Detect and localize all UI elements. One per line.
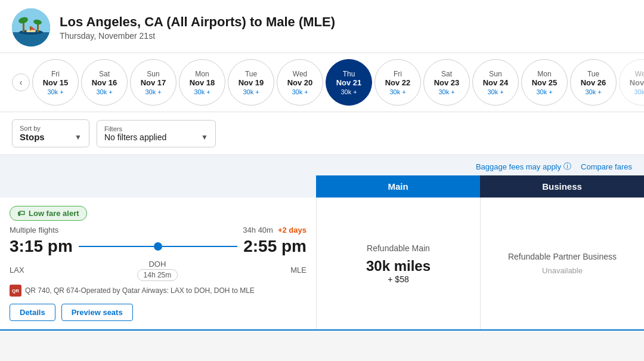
business-fare-type: Refundable Partner Business	[508, 252, 617, 261]
date-price: 30k +	[96, 88, 112, 95]
date-day: Mon	[537, 70, 551, 78]
stop-airport-info: DOH 14h 25m	[137, 258, 178, 281]
tag-icon: 🏷	[17, 209, 25, 218]
fare-column-headers: Main Business	[316, 175, 644, 198]
date-day: Sat	[441, 70, 452, 78]
date-price: 30k +	[340, 88, 357, 95]
airline-text: QR 740, QR 674-Operated by Qatar Airways…	[25, 286, 255, 295]
date-items-list: Fri Nov 15 30k + Sat Nov 16 30k + Sun No…	[32, 59, 644, 106]
date-item-3[interactable]: Mon Nov 18 30k +	[179, 59, 225, 106]
stop-airport: DOH	[148, 260, 166, 269]
date-price: 30k +	[585, 88, 601, 95]
date-date: Nov 19	[239, 78, 264, 87]
arrival-time: 2:55 pm	[243, 237, 306, 256]
date-item-9[interactable]: Sun Nov 24 30k +	[472, 59, 519, 106]
date-item-5[interactable]: Wed Nov 20 30k +	[277, 59, 323, 106]
date-item-7[interactable]: Fri Nov 22 30k +	[374, 59, 421, 106]
date-day: Wed	[635, 70, 644, 78]
header: Los Angeles, CA (All Airports) to Male (…	[0, 0, 644, 53]
main-content: Baggage fees may apply ⓘ Compare fares M…	[0, 155, 644, 331]
departure-airport: LAX	[10, 266, 24, 274]
times-row: 3:15 pm 2:55 pm	[10, 237, 306, 256]
sort-by-select[interactable]: Sort by Stops ▼	[12, 119, 89, 147]
date-item-4[interactable]: Tue Nov 19 30k +	[228, 59, 274, 106]
preview-seats-button[interactable]: Preview seats	[61, 304, 133, 321]
sort-by-value: Stops	[20, 132, 45, 142]
date-date: Nov 22	[385, 78, 411, 87]
date-item-6[interactable]: Thu Nov 21 30k +	[326, 59, 372, 106]
date-item-1[interactable]: Sat Nov 16 30k +	[81, 59, 128, 106]
svg-rect-8	[30, 26, 31, 30]
date-date: Nov 23	[434, 78, 460, 87]
filters-label: Filters	[104, 125, 208, 132]
date-date: Nov 21	[336, 78, 362, 87]
flight-card: 🏷 Low fare alert Multiple flights 34h 40…	[0, 198, 644, 331]
date-day: Sun	[489, 70, 501, 78]
date-date: Nov 17	[141, 78, 166, 87]
airline-row: QR QR 740, QR 674-Operated by Qatar Airw…	[10, 285, 306, 297]
date-date: Nov 26	[581, 78, 606, 87]
destination-image	[12, 8, 50, 47]
date-day: Sat	[99, 70, 110, 78]
carousel-prev-button[interactable]: ‹	[12, 73, 30, 91]
date-item-2[interactable]: Sun Nov 17 30k +	[130, 59, 177, 106]
main-fare-column[interactable]: Refundable Main 30k miles + $58	[316, 198, 480, 329]
fare-alert-text: Low fare alert	[29, 209, 79, 218]
business-fare-column[interactable]: Refundable Partner Business Unavailable	[480, 198, 644, 329]
date-item-12[interactable]: Wed Nov 27 30k +	[619, 59, 644, 106]
results-topbar: Baggage fees may apply ⓘ Compare fares	[0, 155, 644, 175]
date-price: 30k +	[438, 88, 454, 95]
date-price: 30k +	[194, 88, 210, 95]
date-day: Fri	[394, 70, 402, 78]
date-price: 30k +	[634, 88, 644, 95]
sort-by-label: Sort by	[20, 125, 82, 132]
baggage-fees-link[interactable]: Baggage fees may apply ⓘ	[476, 161, 571, 172]
date-day: Wed	[293, 70, 307, 78]
main-fare-type: Refundable Main	[367, 243, 430, 253]
arrival-airport: MLE	[290, 266, 306, 274]
date-day: Fri	[51, 70, 60, 78]
layover-badge: 14h 25m	[137, 269, 178, 281]
date-item-8[interactable]: Sat Nov 23 30k +	[423, 59, 470, 106]
svg-rect-5	[37, 23, 39, 32]
fare-columns: Refundable Main 30k miles + $58 Refundab…	[316, 198, 644, 329]
date-price: 30k +	[536, 88, 552, 95]
sort-chevron-icon: ▼	[75, 133, 82, 141]
action-buttons: Details Preview seats	[10, 304, 306, 321]
flight-days: +2 days	[278, 226, 306, 235]
flight-label: Multiple flights	[10, 226, 58, 235]
filters-chevron-icon: ▼	[201, 133, 208, 141]
filters-row: Sort by Stops ▼ Filters No filters appli…	[0, 112, 644, 155]
details-button[interactable]: Details	[10, 304, 55, 321]
filters-select[interactable]: Filters No filters applied ▼	[97, 120, 216, 147]
date-day: Thu	[343, 70, 355, 78]
date-price: 30k +	[389, 88, 405, 95]
info-icon: ⓘ	[564, 161, 571, 172]
date-price: 30k +	[145, 88, 161, 95]
baggage-fees-text: Baggage fees may apply	[476, 162, 561, 171]
date-item-10[interactable]: Mon Nov 25 30k +	[521, 59, 568, 106]
filters-value: No filters applied	[104, 132, 166, 142]
route-line	[79, 242, 237, 251]
main-column-header: Main	[316, 175, 480, 198]
main-fare-extra: + $58	[388, 274, 408, 284]
compare-fares-link[interactable]: Compare fares	[581, 162, 632, 171]
header-text: Los Angeles, CA (All Airports) to Male (…	[60, 14, 335, 41]
date-date: Nov 15	[43, 78, 69, 87]
date-day: Mon	[195, 70, 209, 78]
date-price: 30k +	[47, 88, 63, 95]
date-item-0[interactable]: Fri Nov 15 30k +	[32, 59, 79, 106]
travel-date: Thursday, November 21st	[60, 31, 335, 41]
date-item-11[interactable]: Tue Nov 26 30k +	[570, 59, 617, 106]
date-date: Nov 16	[92, 78, 117, 87]
date-date: Nov 27	[630, 78, 644, 87]
main-fare-miles: 30k miles	[366, 258, 431, 274]
date-date: Nov 20	[287, 78, 313, 87]
business-column-header: Business	[480, 175, 644, 198]
business-fare-unavailable: Unavailable	[542, 266, 583, 275]
flight-duration: 34h 40m	[243, 226, 273, 235]
date-day: Sun	[147, 70, 159, 78]
date-date: Nov 24	[483, 78, 509, 87]
date-price: 30k +	[292, 88, 308, 95]
date-date: Nov 25	[532, 78, 558, 87]
